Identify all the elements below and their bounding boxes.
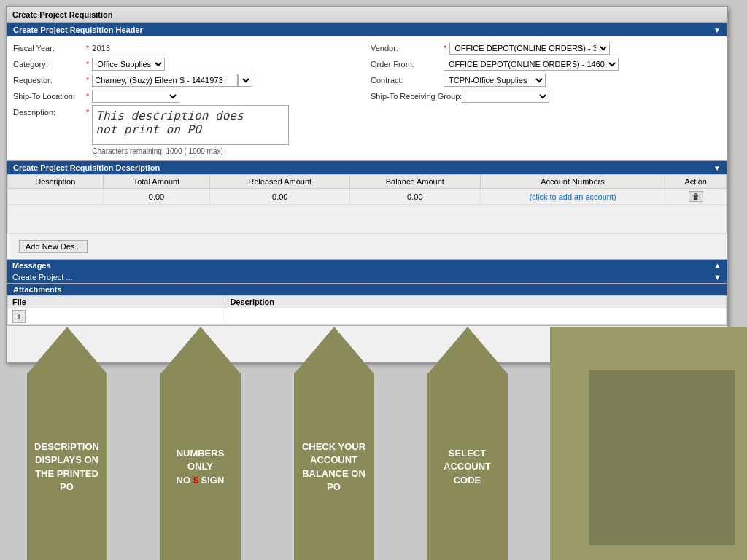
att-col-file: File <box>8 296 225 308</box>
col-total-amount: Total Amount <box>103 175 210 189</box>
empty-row-cell <box>8 205 727 234</box>
requestor-dropdown[interactable] <box>238 74 252 87</box>
arrow-shaft-4: SELECT ACCOUNT CODE <box>427 374 508 560</box>
header-form-grid: Fiscal Year: * 2013 Category: * Office S… <box>7 36 727 160</box>
category-label: Category: <box>13 60 86 69</box>
left-col: Fiscal Year: * 2013 Category: * Office S… <box>13 39 363 157</box>
dollar-sign: $ <box>193 475 198 486</box>
ship-to-receiving-select[interactable] <box>462 90 549 103</box>
fiscal-year-row: Fiscal Year: * 2013 <box>13 41 363 55</box>
messages-title: Messages <box>12 261 51 270</box>
annotations-layer: DESCRIPTION DISPLAYS ON THE PRINTED PO N… <box>0 327 554 560</box>
create-project-bar: Create Project ... ▼ <box>7 271 727 283</box>
description-textarea[interactable]: This description does not print on PO <box>92 105 289 145</box>
annotation-label-1: DESCRIPTION DISPLAYS ON THE PRINTED PO <box>33 440 101 494</box>
ship-to-receiving-label: Ship-To Receiving Group: <box>371 92 462 101</box>
ship-to-label: Ship-To Location: <box>13 92 86 101</box>
fiscal-year-star: * <box>86 44 89 52</box>
fiscal-year-label: Fiscal Year: <box>13 44 86 52</box>
att-desc-cell <box>225 308 727 325</box>
arrow-head-3 <box>294 327 374 374</box>
col-action: Action <box>665 175 727 189</box>
ship-to-star: * <box>86 92 89 101</box>
add-new-desc-button[interactable]: Add New Des... <box>19 240 88 253</box>
annotation-col-2: NUMBERSONLYNO $ SIGN <box>133 327 267 560</box>
header-collapse-icon[interactable]: ▼ <box>713 26 721 34</box>
add-attachment-btn[interactable]: + <box>12 310 26 323</box>
click-to-add-account[interactable]: (click to add an account) <box>529 192 616 201</box>
arrow-shaft-2: NUMBERSONLYNO $ SIGN <box>160 374 241 560</box>
arrow-head-4 <box>427 327 508 374</box>
annotation-col-4: SELECT ACCOUNT CODE <box>400 327 534 560</box>
cell-account-numbers[interactable]: (click to add an account) <box>480 189 665 205</box>
description-star: * <box>86 108 89 117</box>
att-col-description: Description <box>225 296 727 308</box>
description-label: Description: <box>13 108 86 117</box>
col-description: Description <box>8 175 104 189</box>
annotation-label-4: SELECT ACCOUNT CODE <box>433 447 502 487</box>
right-decorative-area <box>550 327 747 560</box>
desc-table-row: 0.00 0.00 0.00 (click to add an account)… <box>8 189 727 205</box>
vendor-row: Vendor: * OFFICE DEPOT(ONLINE ORDERS) - … <box>371 41 721 55</box>
right-inner-box <box>589 370 735 545</box>
cell-action[interactable]: 🗑 <box>665 189 727 205</box>
header-section-title: Create Project Requisition Header ▼ <box>7 23 727 36</box>
cell-description <box>8 189 104 205</box>
description-row: Description: * This description does not… <box>13 105 363 155</box>
desc-table-header-row: Description Total Amount Released Amount… <box>8 175 727 189</box>
desc-table: Description Total Amount Released Amount… <box>7 174 727 234</box>
chars-remaining: Characters remaining: 1000 ( 1000 max) <box>92 147 289 155</box>
order-from-row: Order From: OFFICE DEPOT(ONLINE ORDERS) … <box>371 57 721 71</box>
arrow-shaft-3: CHECK YOUR ACCOUNT BALANCE ON PO <box>294 374 374 560</box>
sign-text: SIGN <box>198 475 224 486</box>
delete-action-btn[interactable]: 🗑 <box>689 191 703 202</box>
category-row: Category: * Office Supplies <box>13 57 363 71</box>
contract-row: Contract: TCPN-Office Supplies <box>371 73 721 88</box>
contract-select[interactable]: TCPN-Office Supplies <box>444 74 546 87</box>
col-account-numbers: Account Numbers <box>480 175 665 189</box>
empty-row <box>8 205 727 234</box>
order-from-label: Order From: <box>371 60 444 69</box>
ship-to-receiving-row: Ship-To Receiving Group: <box>371 89 721 104</box>
main-window: Create Project Requisition Create Projec… <box>6 6 728 363</box>
description-area: This description does not print on PO Ch… <box>92 105 289 155</box>
window-title: Create Project Requisition <box>12 10 113 19</box>
attachments-title: Attachments <box>13 285 62 294</box>
category-star: * <box>86 60 89 69</box>
requestor-input[interactable] <box>92 74 238 87</box>
attachments-header-row: File Description <box>8 296 727 308</box>
attachments-table: File Description + <box>7 295 727 325</box>
arrow-shaft-1: DESCRIPTION DISPLAYS ON THE PRINTED PO <box>27 374 107 560</box>
header-section: Create Project Requisition Header ▼ Fisc… <box>7 23 727 160</box>
attachments-add-row: + <box>8 308 727 325</box>
attachments-header: Attachments <box>7 284 727 295</box>
order-from-select[interactable]: OFFICE DEPOT(ONLINE ORDERS) - 14600 TRIN… <box>444 58 619 71</box>
requestor-row: Requestor: * <box>13 73 363 88</box>
vendor-label: Vendor: <box>371 44 444 52</box>
desc-section: Create Project Requisition Description ▼… <box>7 160 727 260</box>
annotation-col-3: CHECK YOUR ACCOUNT BALANCE ON PO <box>267 327 400 560</box>
category-select[interactable]: Office Supplies <box>92 58 165 71</box>
vendor-star: * <box>444 44 446 52</box>
cell-total-amount: 0.00 <box>103 189 210 205</box>
annotation-label-2: NUMBERSONLYNO $ SIGN <box>177 447 225 487</box>
annotation-col-1: DESCRIPTION DISPLAYS ON THE PRINTED PO <box>0 327 133 560</box>
messages-up-icon[interactable]: ▲ <box>713 261 721 270</box>
add-new-desc-container: Add New Des... <box>7 234 727 259</box>
col-released-amount: Released Amount <box>210 175 350 189</box>
desc-collapse-icon[interactable]: ▼ <box>713 164 721 172</box>
arrow-head-1 <box>27 327 107 374</box>
create-project-down-icon[interactable]: ▼ <box>713 273 721 281</box>
desc-section-title: Create Project Requisition Description ▼ <box>7 161 727 174</box>
vendor-select[interactable]: OFFICE DEPOT(ONLINE ORDERS) - 38436 <box>449 42 610 55</box>
right-col: Vendor: * OFFICE DEPOT(ONLINE ORDERS) - … <box>371 39 721 157</box>
messages-header: Messages ▲ <box>7 260 727 271</box>
attachments-section: Attachments File Description + <box>7 283 727 326</box>
col-balance-amount: Balance Amount <box>350 175 481 189</box>
ship-to-select[interactable] <box>92 90 179 103</box>
window-titlebar: Create Project Requisition <box>7 7 727 23</box>
requestor-label: Requestor: <box>13 76 86 85</box>
fiscal-year-value: 2013 <box>92 44 109 52</box>
att-add-cell[interactable]: + <box>8 308 225 325</box>
messages-section: Messages ▲ Create Project ... ▼ <box>7 260 727 283</box>
